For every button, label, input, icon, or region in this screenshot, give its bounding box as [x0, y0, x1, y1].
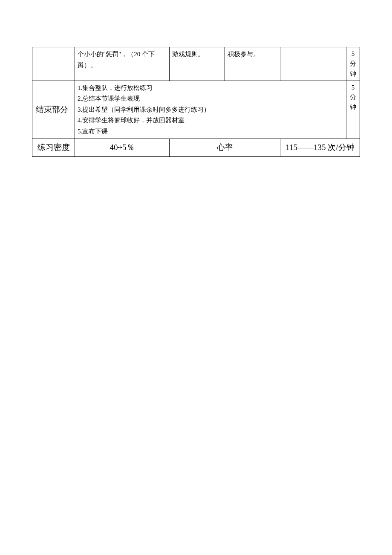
list-item: 3.提出希望（同学利用课余时间多多进行练习）	[78, 104, 343, 116]
lesson-plan-table: 个小小的"惩罚"，（20 个下蹲）。 游戏规则。 积极参与。 5分钟 结束部分 …	[32, 47, 360, 157]
content-cell: 个小小的"惩罚"，（20 个下蹲）。	[75, 47, 170, 81]
list-item: 1.集合整队，进行放松练习	[78, 83, 343, 94]
empty-cell	[32, 47, 75, 81]
list-item: 4.安排学生将篮球收好，并放回器材室	[78, 115, 343, 126]
conclusion-content: 1.集合整队，进行放松练习 2.总结本节课学生表现 3.提出希望（同学利用课余时…	[75, 81, 346, 139]
empty-cell	[280, 47, 346, 81]
list-item: 2.总结本节课学生表现	[78, 93, 343, 104]
content-cell: 积极参与。	[225, 47, 280, 81]
duration-cell: 5分钟	[346, 47, 360, 81]
table-row: 结束部分 1.集合整队，进行放松练习 2.总结本节课学生表现 3.提出希望（同学…	[32, 81, 360, 139]
heartrate-label: 心率	[170, 139, 280, 156]
duration-cell: 5分钟	[346, 81, 360, 139]
heartrate-value: 115——135 次/分钟	[280, 139, 360, 156]
table-row: 个小小的"惩罚"，（20 个下蹲）。 游戏规则。 积极参与。 5分钟	[32, 47, 360, 81]
list-item: 5.宣布下课	[78, 126, 343, 137]
table-row: 练习密度 40+5％ 心率 115——135 次/分钟	[32, 139, 360, 156]
section-label: 结束部分	[32, 81, 75, 139]
density-label: 练习密度	[32, 139, 75, 156]
content-cell: 游戏规则。	[170, 47, 225, 81]
density-value: 40+5％	[75, 139, 170, 156]
